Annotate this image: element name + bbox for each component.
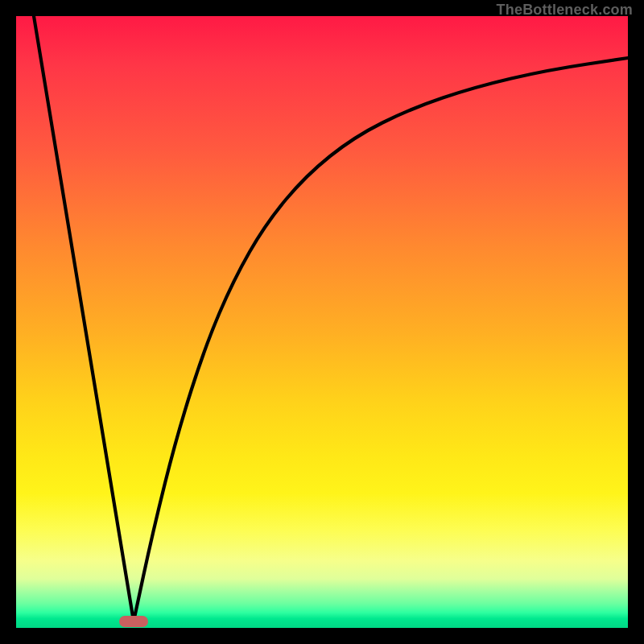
bottleneck-curve: [34, 16, 628, 621]
optimum-marker: [119, 616, 148, 627]
curve-layer: [16, 16, 628, 628]
chart-frame: TheBottleneck.com: [0, 0, 644, 644]
plot-area: [16, 16, 628, 628]
